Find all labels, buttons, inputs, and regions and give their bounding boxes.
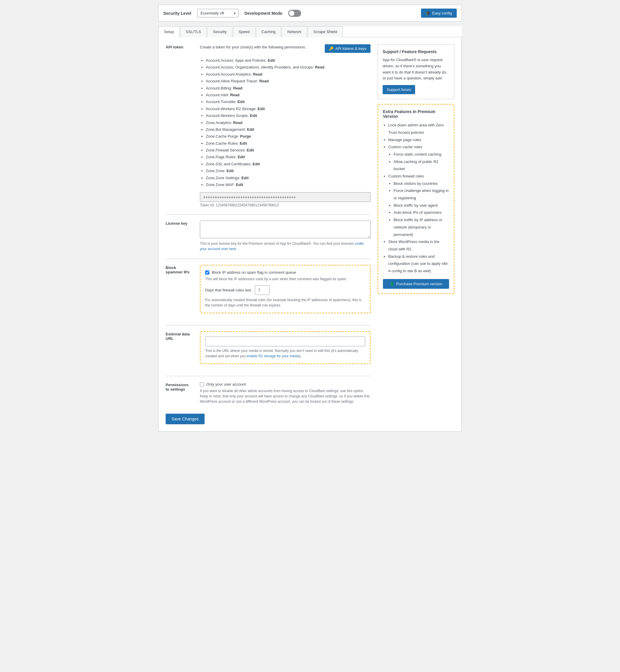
only-user-checkbox[interactable] xyxy=(200,382,204,386)
list-item: Zone.Zone: Edit xyxy=(206,167,370,174)
days-label: Days that firewall rules last: xyxy=(205,288,252,292)
external-data-url-label: External data URL xyxy=(166,331,195,369)
list-item: Account.Account Analytics: Read xyxy=(206,71,370,77)
tab-network[interactable]: Network xyxy=(282,26,307,37)
external-data-url-body: This is the URL where your media is stor… xyxy=(200,331,370,369)
security-level-label: Security Level xyxy=(163,11,191,16)
license-key-label: License key xyxy=(166,220,195,252)
support-desc: App for Cloudflare® is user request driv… xyxy=(382,57,449,82)
block-spammer-body: Block IP address on spam flag in comment… xyxy=(200,265,370,318)
token-input-wrapper xyxy=(200,192,370,202)
list-item: Allow caching of public R2 bucket xyxy=(394,158,449,173)
list-item: Block traffic by IP address or network (… xyxy=(394,216,449,238)
support-box: Support / Feature Requests App for Cloud… xyxy=(378,44,454,99)
list-item: Account.Access: Organizations, Identity … xyxy=(206,64,370,70)
easy-config-label: Easy config xyxy=(432,11,452,15)
list-item: Custom cache rulesForce static content c… xyxy=(388,144,449,173)
block-spammer-label: Block spammer IPs xyxy=(166,265,195,318)
list-item: Zone.Zone WAF: Edit xyxy=(206,181,370,188)
tab-security[interactable]: Security xyxy=(207,26,232,37)
api-btn-label: API tokens & keys xyxy=(335,46,367,51)
tab-ssl-tls[interactable]: SSL/TLS xyxy=(180,26,207,37)
graduation-cap-icon: 🎓 xyxy=(426,11,430,15)
list-item: Backup & restore rules and configuration… xyxy=(388,253,449,275)
list-item: Account.Billing: Read xyxy=(206,85,370,92)
main-content: API token 🔑 API tokens & keys Create a t… xyxy=(158,37,462,432)
list-item: Lock down admin area with Zero Trust Acc… xyxy=(388,122,449,136)
list-item: Zone.Bot Management: Edit xyxy=(206,126,370,133)
list-item: Auto-block IPs of spammers xyxy=(394,209,449,216)
token-id-text: Token ID: 123456789012345678901234567890… xyxy=(200,203,370,207)
permissions-settings-desc: If you want to disable all other admin a… xyxy=(200,388,370,404)
list-item: Block traffic by user agent xyxy=(394,202,449,209)
list-item: Account.Workers R2 Storage: Edit xyxy=(206,105,370,112)
external-data-url-section: External data URL This is the URL where … xyxy=(166,331,370,369)
permissions-settings-section: Permissions to settings Only your user a… xyxy=(166,382,370,404)
block-ip-checkbox-label[interactable]: Block IP address on spam flag in comment… xyxy=(212,270,296,274)
list-item: Zone.Zone Settings: Edit xyxy=(206,174,370,181)
save-changes-button[interactable]: Save Changes xyxy=(166,414,205,424)
api-token-label: API token xyxy=(166,44,195,207)
easy-config-button[interactable]: 🎓 Easy config xyxy=(421,9,457,18)
list-item: Store WordPress media in the cloud with … xyxy=(388,238,449,253)
dev-mode-label: Development Mode xyxy=(245,11,282,16)
api-token-section: API token 🔑 API tokens & keys Create a t… xyxy=(166,44,370,207)
list-item: Account.Turnstile: Edit xyxy=(206,98,370,105)
external-url-input[interactable] xyxy=(205,337,365,346)
tab-caching[interactable]: Caching xyxy=(256,26,281,37)
dollar-icon: 💲 xyxy=(390,282,395,286)
token-input[interactable] xyxy=(200,192,370,202)
permissions-settings-body: Only your user account If you want to di… xyxy=(200,382,370,404)
block-spammer-box: Block IP address on spam flag in comment… xyxy=(200,265,370,313)
days-input[interactable] xyxy=(255,285,269,295)
list-item: Account.Intel: Read xyxy=(206,92,370,98)
content-left: API token 🔑 API tokens & keys Create a t… xyxy=(166,44,370,424)
days-desc: For automatically created firewall rules… xyxy=(205,297,365,308)
list-item: Block visitors by countries xyxy=(394,180,449,188)
tab-setup[interactable]: Setup xyxy=(158,26,179,37)
premium-list: Lock down admin area with Zero Trust Acc… xyxy=(383,122,449,274)
block-ip-checkbox[interactable] xyxy=(205,270,209,274)
external-url-box: This is the URL where your media is stor… xyxy=(200,331,370,364)
list-item: Account.Access: Apps and Policies: Edit xyxy=(206,57,370,64)
license-key-section: License key This is your license key for… xyxy=(166,220,370,252)
license-key-body: This is your license key for the Premium… xyxy=(200,220,370,252)
tab-bar: Setup SSL/TLS Security Speed Caching Net… xyxy=(158,26,462,37)
support-forum-button[interactable]: Support forum xyxy=(382,85,415,94)
key-icon: 🔑 xyxy=(329,46,333,51)
ext-url-desc: This is the URL where your media is stor… xyxy=(205,348,365,359)
list-item: Zone.Cache Purge: Purge xyxy=(206,133,370,140)
list-item: Account.Workers Scripts: Edit xyxy=(206,112,370,119)
list-item: Manage page rules xyxy=(388,137,449,144)
block-spammer-section: Block spammer IPs Block IP address on sp… xyxy=(166,265,370,318)
list-item: Zone.Cache Rules: Edit xyxy=(206,140,370,147)
dev-mode-toggle[interactable] xyxy=(288,10,301,17)
premium-title: Extra Features In Premium Version xyxy=(383,109,449,119)
permissions-settings-label: Permissions to settings xyxy=(166,382,195,404)
list-item: Account.Allow Request Tracer: Read xyxy=(206,77,370,85)
security-level-select-wrapper[interactable]: Essentially offLowMediumHighI'm Under At… xyxy=(197,9,239,17)
license-key-desc: This is your license key for the Premium… xyxy=(200,241,370,252)
only-user-checkbox-label[interactable]: Only your user account xyxy=(206,382,246,386)
license-key-input[interactable] xyxy=(200,220,370,238)
days-row: Days that firewall rules last: xyxy=(205,285,365,295)
api-tokens-keys-button[interactable]: 🔑 API tokens & keys xyxy=(325,44,371,53)
list-item: Force challenge when logging in or regis… xyxy=(394,187,449,202)
list-item: Zone.Analytics: Read xyxy=(206,119,370,126)
r2-storage-link[interactable]: enable R2 storage for your media xyxy=(247,354,299,358)
list-item: Zone.Firewall Services: Edit xyxy=(206,147,370,154)
security-level-select[interactable]: Essentially offLowMediumHighI'm Under At… xyxy=(197,9,239,17)
block-ip-checkbox-row: Block IP address on spam flag in comment… xyxy=(205,270,365,274)
list-item: Zone.SSL and Certificates: Edit xyxy=(206,161,370,167)
permissions-list: Account.Access: Apps and Policies: EditA… xyxy=(200,57,370,188)
api-token-body: 🔑 API tokens & keys Create a token for y… xyxy=(200,44,370,207)
support-title: Support / Feature Requests xyxy=(382,49,449,54)
purchase-premium-button[interactable]: 💲 Purchase Premium version xyxy=(383,279,449,289)
tab-scrape-shield[interactable]: Scrape Shield xyxy=(308,26,343,37)
list-item: Custom firewall rulesBlock visitors by c… xyxy=(388,173,449,238)
block-ip-checkbox-sub: This will block the IP addresses used by… xyxy=(205,276,365,282)
toggle-knob xyxy=(289,11,294,16)
purchase-btn-label: Purchase Premium version xyxy=(396,282,442,286)
sidebar: Support / Feature Requests App for Cloud… xyxy=(378,44,454,424)
tab-speed[interactable]: Speed xyxy=(233,26,255,37)
